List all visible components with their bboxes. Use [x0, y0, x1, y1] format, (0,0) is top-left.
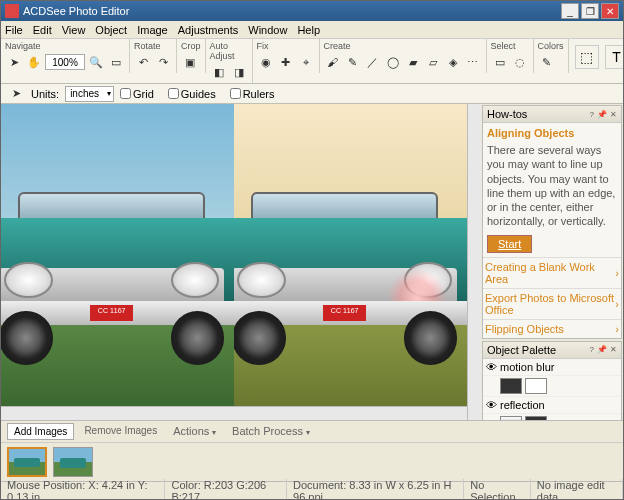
maximize-button[interactable]: ❐	[581, 3, 599, 19]
auto-color-icon[interactable]: ◨	[230, 63, 248, 81]
thumbnail[interactable]	[7, 447, 47, 477]
close-icon[interactable]: ✕	[610, 345, 617, 354]
eye-icon[interactable]: 👁	[485, 361, 497, 373]
group-fix: Fix ◉ ✚ ⌖	[253, 39, 320, 73]
pencil-icon[interactable]: ✎	[344, 53, 362, 71]
group-select: Select ▭ ◌	[487, 39, 534, 73]
misc-icon[interactable]: ⋯	[464, 53, 482, 71]
group-autoadjust: Auto Adjust ◧ ◨	[206, 39, 253, 83]
close-icon[interactable]: ✕	[610, 110, 617, 119]
h-scrollbar[interactable]	[1, 406, 467, 420]
pin-icon[interactable]: 📌	[597, 345, 607, 354]
actions-tab[interactable]: Actions ▾	[167, 423, 222, 440]
lasso-icon[interactable]: ◌	[511, 53, 529, 71]
marquee-icon[interactable]: ▭	[491, 53, 509, 71]
group-rotate: Rotate ↶ ↷	[130, 39, 177, 73]
group-create: Create 🖌 ✎ ／ ◯ ▰ ▱ ◈ ⋯	[320, 39, 487, 73]
howto-link-1[interactable]: Export Photos to Microsoft Office›	[483, 288, 621, 319]
layer-row[interactable]: 👁motion blur	[483, 359, 621, 376]
grid-checkbox[interactable]: Grid	[120, 88, 154, 100]
menu-help[interactable]: Help	[297, 24, 320, 36]
chevron-right-icon: ›	[615, 267, 619, 279]
help-icon[interactable]: ?	[590, 345, 594, 354]
menu-file[interactable]: File	[5, 24, 23, 36]
pointer-icon[interactable]: ➤	[5, 53, 23, 71]
fit-icon[interactable]: ▭	[107, 53, 125, 71]
text-tool-icon[interactable]: T	[605, 45, 624, 69]
shape-icon[interactable]: ◯	[384, 53, 402, 71]
start-button[interactable]: Start	[487, 235, 532, 253]
cursor-icon[interactable]: ➤	[7, 85, 25, 103]
menu-edit[interactable]: Edit	[33, 24, 52, 36]
eyedropper-icon[interactable]: ✎	[538, 53, 556, 71]
object-palette-title: Object Palette	[487, 344, 556, 356]
layer-thumbs	[483, 376, 621, 397]
canvas-area: CC 1167 CC 1167	[1, 104, 467, 420]
chevron-right-icon: ›	[615, 298, 619, 310]
image-basket: Add Images Remove Images Actions ▾ Batch…	[1, 420, 623, 481]
status-selection: No Selection	[464, 479, 531, 501]
auto-levels-icon[interactable]: ◧	[210, 63, 228, 81]
howto-link-0[interactable]: Creating a Blank Work Area›	[483, 257, 621, 288]
units-dropdown[interactable]: inches	[65, 86, 114, 102]
chevron-down-icon: ▾	[306, 428, 310, 437]
app-icon	[5, 4, 19, 18]
rotate-left-icon[interactable]: ↶	[134, 53, 152, 71]
rulers-checkbox[interactable]: Rulers	[230, 88, 275, 100]
window-title: ACDSee Photo Editor	[23, 5, 129, 17]
rotate-right-icon[interactable]: ↷	[154, 53, 172, 71]
help-icon[interactable]: ?	[590, 110, 594, 119]
menu-view[interactable]: View	[62, 24, 86, 36]
layer-row[interactable]: 👁reflection	[483, 397, 621, 414]
zoom-icon[interactable]: 🔍	[87, 53, 105, 71]
hand-icon[interactable]: ✋	[25, 53, 43, 71]
chevron-right-icon: ›	[615, 323, 619, 335]
chevron-down-icon: ▾	[212, 428, 216, 437]
canvas[interactable]: CC 1167 CC 1167	[1, 104, 467, 406]
stamp-icon[interactable]: ◈	[444, 53, 462, 71]
object-palette-panel: Object Palette?📌✕ 👁motion blur 👁reflecti…	[482, 341, 622, 420]
group-navigate: Navigate ➤ ✋ 🔍 ▭	[1, 39, 130, 73]
menu-adjustments[interactable]: Adjustments	[178, 24, 239, 36]
add-images-tab[interactable]: Add Images	[7, 423, 74, 440]
status-document: Document: 8.33 in W x 6.25 in H 96 ppi	[287, 479, 464, 501]
main-area: CC 1167 CC 1167 How-tos?📌✕ A	[1, 104, 623, 420]
batch-process-tab[interactable]: Batch Process ▾	[226, 423, 316, 440]
eraser-icon[interactable]: ▱	[424, 53, 442, 71]
status-editdata: No image edit data	[531, 479, 623, 501]
howto-text: There are several ways you may want to l…	[487, 143, 617, 229]
menu-image[interactable]: Image	[137, 24, 168, 36]
eye-icon[interactable]: 👁	[485, 399, 497, 411]
howto-topic: Aligning Objects	[487, 127, 617, 139]
howto-link-2[interactable]: Flipping Objects›	[483, 319, 621, 338]
sidebar: How-tos?📌✕ Aligning Objects There are se…	[481, 104, 623, 420]
howtos-panel: How-tos?📌✕ Aligning Objects There are se…	[482, 105, 622, 339]
redeye-icon[interactable]: ◉	[257, 53, 275, 71]
ruler-options-bar: ➤ Units: inches Grid Guides Rulers	[1, 84, 623, 104]
heal-icon[interactable]: ✚	[277, 53, 295, 71]
status-color: Color: R:203 G:206 B:217	[165, 479, 287, 501]
before-view: CC 1167	[1, 104, 234, 406]
brush-icon[interactable]: 🖌	[324, 53, 342, 71]
line-icon[interactable]: ／	[364, 53, 382, 71]
menu-object[interactable]: Object	[95, 24, 127, 36]
close-button[interactable]: ✕	[601, 3, 619, 19]
status-mouse: Mouse Position: X: 4.24 in Y: 0.13 in	[1, 479, 165, 501]
remove-images-tab[interactable]: Remove Images	[78, 423, 163, 440]
fill-icon[interactable]: ▰	[404, 53, 422, 71]
thumbnail[interactable]	[53, 447, 93, 477]
guides-checkbox[interactable]: Guides	[168, 88, 216, 100]
object-tool-icon[interactable]: ⬚	[575, 45, 599, 69]
titlebar: ACDSee Photo Editor _ ❐ ✕	[1, 1, 623, 21]
after-view: CC 1167	[234, 104, 467, 406]
pin-icon[interactable]: 📌	[597, 110, 607, 119]
main-toolbar: Navigate ➤ ✋ 🔍 ▭ Rotate ↶ ↷ Crop ▣ Auto …	[1, 39, 623, 84]
clone-icon[interactable]: ⌖	[297, 53, 315, 71]
crop-icon[interactable]: ▣	[181, 53, 199, 71]
zoom-input[interactable]	[45, 54, 85, 70]
v-scrollbar[interactable]	[467, 104, 481, 420]
group-crop: Crop ▣	[177, 39, 206, 73]
minimize-button[interactable]: _	[561, 3, 579, 19]
menubar: File Edit View Object Image Adjustments …	[1, 21, 623, 39]
menu-window[interactable]: Window	[248, 24, 287, 36]
